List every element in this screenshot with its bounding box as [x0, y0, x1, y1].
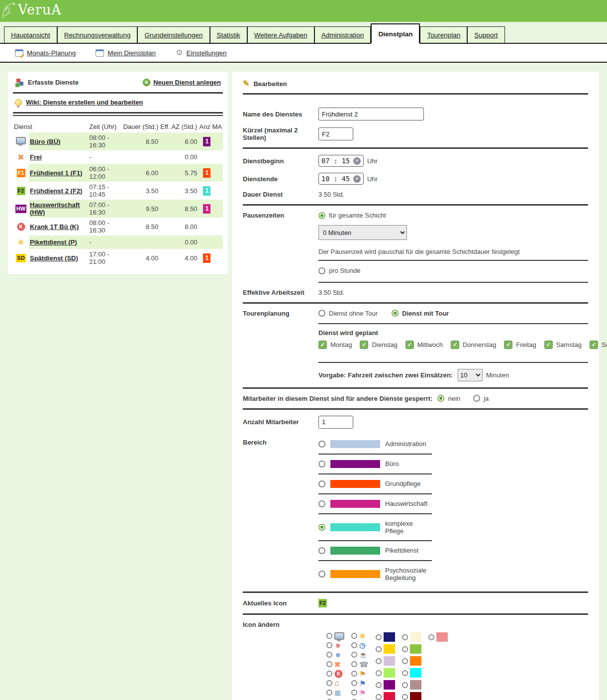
bereich-option-büro[interactable]: Büro [318, 455, 432, 473]
pausen-select[interactable]: 0 Minuten [318, 225, 407, 240]
wiki-link-label[interactable]: Wiki: Dienste erstellen und bearbeiten [26, 99, 143, 106]
service-link[interactable]: Krank 1T Bü (K) [30, 223, 79, 231]
icon-radio[interactable] [351, 690, 357, 696]
icon-option[interactable]: ☎ [351, 660, 369, 669]
weekday-option-sonntag[interactable]: ✓Sonntag [590, 341, 607, 349]
radio-stunde[interactable] [318, 267, 325, 274]
bereich-option-hauswirtschaft[interactable]: Hauswirtschaft [318, 494, 432, 513]
color-option[interactable] [376, 691, 395, 700]
icon-radio[interactable] [326, 680, 332, 686]
icon-option[interactable]: ⚑ [351, 688, 369, 698]
tab-dienstplan[interactable]: Dienstplan [371, 23, 420, 44]
tab-weitere-aufgaben[interactable]: Weitere Aufgaben [247, 26, 314, 43]
pausen-option-schicht[interactable]: für gesamte Schicht [318, 212, 386, 219]
color-radio[interactable] [376, 694, 382, 700]
service-link[interactable]: Frei [30, 153, 42, 161]
bereich-radio[interactable] [318, 480, 325, 487]
radio-ja[interactable] [473, 395, 480, 402]
icon-radio[interactable] [326, 661, 332, 667]
color-radio[interactable] [376, 658, 382, 664]
icon-radio[interactable] [326, 642, 332, 648]
anzahl-input[interactable] [318, 416, 353, 429]
radio-ohne-tour[interactable] [318, 310, 325, 317]
bereich-option-grundpflege[interactable]: Grundpflege [318, 474, 432, 493]
service-link[interactable]: Frühdienst 1 (F1) [30, 169, 82, 177]
color-option[interactable] [376, 679, 395, 691]
gesperrt-option-ja[interactable]: ja [473, 395, 489, 402]
color-radio[interactable] [376, 634, 382, 640]
gesperrt-option-nein[interactable]: nein [437, 395, 460, 402]
icon-option[interactable] [326, 631, 344, 641]
weekday-option-dienstag[interactable]: ✓Dienstag [360, 341, 397, 349]
service-link[interactable]: Frühdienst 2 (F2) [30, 187, 82, 195]
subnav-item-mein-dienstplan[interactable]: Mein Dienstplan [96, 49, 156, 57]
color-option[interactable] [376, 643, 395, 655]
dienstende-input[interactable]: 10 : 45 ✕ [318, 173, 364, 185]
icon-radio[interactable] [351, 642, 357, 648]
color-radio[interactable] [402, 658, 408, 664]
service-link[interactable]: Pikettdienst (P) [30, 238, 77, 246]
pausen-option-schicht-label[interactable]: für gesamte Schicht [329, 212, 386, 219]
radio-schicht[interactable] [318, 212, 325, 219]
icon-option[interactable]: ▦ [326, 688, 344, 698]
color-option[interactable] [402, 631, 421, 643]
weekday-option-montag[interactable]: ✓Montag [318, 341, 352, 349]
color-option[interactable] [376, 655, 395, 667]
checkbox-checked-icon[interactable]: ✓ [451, 341, 459, 349]
touren-option-mit-label[interactable]: Dienst mit Tour [402, 310, 449, 317]
radio-nein[interactable] [437, 395, 444, 402]
clear-time-icon[interactable]: ✕ [353, 157, 361, 165]
service-link[interactable]: Hausweritschaft (HW) [30, 201, 80, 216]
bereich-option-komplexe-pflege[interactable]: komplexe Pflege [318, 514, 432, 540]
pausen-option-stunde-label[interactable]: pro Stunde [329, 267, 361, 274]
color-option[interactable] [402, 655, 421, 667]
color-option[interactable] [402, 691, 421, 700]
checkbox-checked-icon[interactable]: ✓ [590, 341, 598, 349]
color-radio[interactable] [376, 682, 382, 688]
subnav-item-einstellungen[interactable]: ⚙Einstellungen [176, 49, 226, 57]
wiki-link[interactable]: Wiki: Dienste erstellen und bearbeiten [13, 98, 223, 107]
touren-option-ohne[interactable]: Dienst ohne Tour [318, 310, 378, 317]
subnav-item-label[interactable]: Einstellungen [186, 49, 226, 57]
icon-option[interactable]: ⚑ [351, 669, 369, 679]
icon-option[interactable]: ☻ [326, 641, 344, 650]
color-option[interactable] [428, 631, 448, 643]
tab-rechnungsverwaltung[interactable]: Rechnungsverwaltung [57, 26, 138, 43]
weekday-option-samstag[interactable]: ✓Samstag [544, 341, 582, 349]
color-option[interactable] [402, 667, 421, 679]
color-radio[interactable] [402, 694, 408, 700]
color-radio[interactable] [428, 634, 434, 640]
checkbox-checked-icon[interactable]: ✓ [504, 341, 512, 349]
checkbox-checked-icon[interactable]: ✓ [318, 341, 327, 349]
tab-statistik[interactable]: Statistik [210, 26, 247, 43]
icon-option[interactable]: ✖ [326, 660, 344, 669]
icon-radio[interactable] [326, 671, 332, 677]
checkbox-checked-icon[interactable]: ✓ [360, 341, 368, 349]
icon-radio[interactable] [326, 633, 332, 639]
color-radio[interactable] [376, 670, 382, 676]
icon-radio[interactable] [351, 671, 357, 677]
new-service-link[interactable]: + Neuen Dienst anlegen [143, 79, 221, 86]
weekday-option-donnerstag[interactable]: ✓Donnerstag [451, 341, 496, 349]
touren-option-ohne-label[interactable]: Dienst ohne Tour [329, 310, 378, 317]
color-radio[interactable] [402, 634, 408, 640]
bereich-radio[interactable] [318, 500, 325, 507]
icon-radio[interactable] [326, 652, 332, 658]
dienstbeginn-input[interactable]: 07 : 15 ✕ [318, 155, 364, 167]
dienstbeginn-value[interactable]: 07 : 15 [321, 157, 350, 165]
icon-option[interactable]: ✳ [351, 631, 369, 641]
color-radio[interactable] [402, 682, 408, 688]
color-radio[interactable] [402, 646, 408, 652]
bereich-radio[interactable] [318, 524, 325, 531]
weekday-option-freitag[interactable]: ✓Freitag [504, 341, 536, 349]
checkbox-checked-icon[interactable]: ✓ [405, 341, 414, 349]
name-input[interactable] [318, 108, 424, 120]
radio-mit-tour[interactable] [392, 310, 399, 317]
tab-tourenplan[interactable]: Tourenplan [420, 26, 467, 43]
bereich-option-pikettdienst[interactable]: Pikettdienst [318, 541, 432, 560]
bereich-radio[interactable] [318, 547, 325, 554]
service-link[interactable]: Spätdienst (SD) [30, 254, 78, 262]
weekday-option-mittwoch[interactable]: ✓Mittwoch [405, 341, 443, 349]
bereich-option-psychosoziale-begleitung[interactable]: Psychosoziale Begleitung [318, 561, 432, 587]
icon-option[interactable]: ⚑ [351, 698, 369, 700]
